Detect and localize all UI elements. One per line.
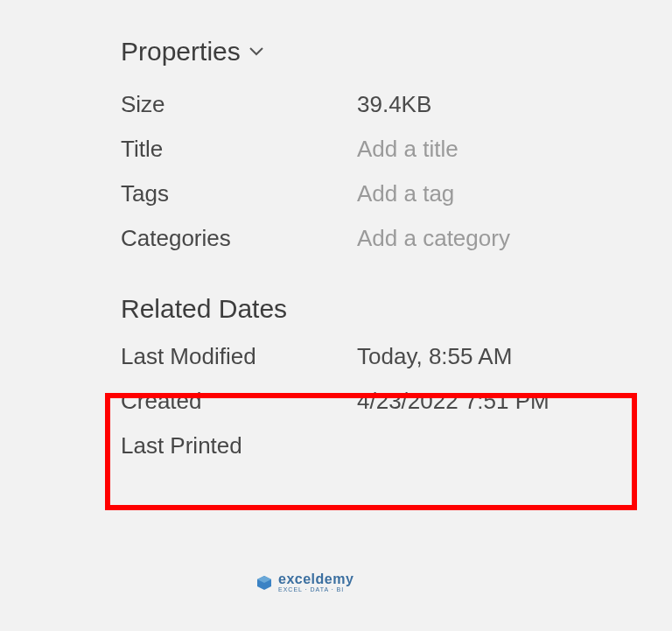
property-label: Size	[121, 91, 357, 118]
properties-dropdown[interactable]: Properties	[121, 37, 628, 67]
watermark-sub: EXCEL · DATA · BI	[278, 586, 354, 593]
created-value: 4/23/2022 7:51 PM	[357, 388, 550, 415]
properties-panel: Properties Size 39.4KB Title Add a title…	[121, 37, 628, 477]
property-row-created: Created 4/23/2022 7:51 PM	[121, 388, 628, 415]
property-row-tags: Tags Add a tag	[121, 180, 628, 207]
logo-icon	[256, 574, 273, 592]
property-label: Categories	[121, 225, 357, 252]
title-input[interactable]: Add a title	[357, 136, 458, 163]
property-value-size: 39.4KB	[357, 91, 431, 118]
property-row-size: Size 39.4KB	[121, 91, 628, 118]
last-modified-value: Today, 8:55 AM	[357, 343, 512, 370]
property-row-title: Title Add a title	[121, 136, 628, 163]
chevron-down-icon	[249, 47, 263, 56]
property-row-categories: Categories Add a category	[121, 225, 628, 252]
property-label: Tags	[121, 180, 357, 207]
property-label: Title	[121, 136, 357, 163]
property-label: Last Modified	[121, 343, 357, 370]
property-row-last-modified: Last Modified Today, 8:55 AM	[121, 343, 628, 370]
property-label: Created	[121, 388, 357, 415]
related-dates-heading: Related Dates	[121, 294, 628, 324]
property-label: Last Printed	[121, 432, 357, 459]
categories-input[interactable]: Add a category	[357, 225, 510, 252]
watermark-text: exceldemy EXCEL · DATA · BI	[278, 572, 354, 593]
tags-input[interactable]: Add a tag	[357, 180, 454, 207]
watermark-brand: exceldemy	[278, 572, 354, 586]
properties-heading: Properties	[121, 37, 241, 67]
property-row-last-printed: Last Printed	[121, 432, 628, 459]
watermark: exceldemy EXCEL · DATA · BI	[256, 572, 354, 593]
